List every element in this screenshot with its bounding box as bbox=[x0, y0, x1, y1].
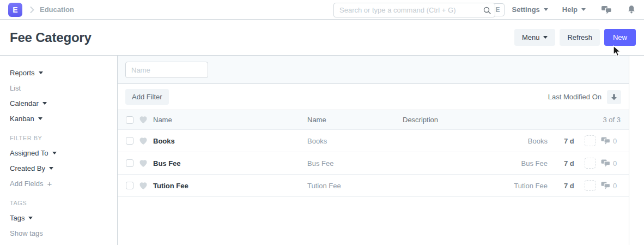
row-modified-time: 7 d bbox=[564, 182, 579, 190]
list-count: 3 of 3 bbox=[482, 116, 621, 124]
list-container: Add Filter Last Modified On Name Name De… bbox=[117, 56, 629, 245]
new-button[interactable]: New bbox=[604, 29, 636, 46]
page-title: Fee Category bbox=[10, 30, 92, 45]
favourite-heart-icon[interactable] bbox=[139, 137, 148, 145]
sidebar-item-label: Reports bbox=[10, 69, 35, 77]
settings-menu[interactable]: Settings bbox=[512, 5, 548, 14]
notifications-bell-icon[interactable] bbox=[627, 5, 636, 15]
help-menu[interactable]: Help bbox=[562, 5, 586, 14]
chevron-down-icon bbox=[52, 152, 57, 154]
sidebar-item-label: List bbox=[10, 84, 21, 92]
list-row[interactable]: Bus Fee Bus Fee Bus Fee 7 d 0 bbox=[118, 152, 629, 175]
select-all-checkbox[interactable] bbox=[126, 116, 133, 124]
sort-direction-button[interactable] bbox=[607, 90, 621, 104]
sidebar-item-kanban[interactable]: Kanban bbox=[10, 115, 117, 123]
tags-label: Tags bbox=[10, 214, 25, 222]
row-id-link[interactable]: Bus Fee bbox=[482, 159, 548, 168]
assigned-to-label: Assigned To bbox=[10, 149, 48, 157]
sidebar-item-reports[interactable]: Reports bbox=[10, 69, 117, 77]
row-modified-time: 7 d bbox=[564, 159, 579, 168]
row-name-value: Books bbox=[307, 137, 403, 145]
filter-tool-row: Add Filter Last Modified On bbox=[118, 84, 629, 110]
comment-icon bbox=[601, 182, 610, 189]
sidebar-add-fields[interactable]: Add Fields + bbox=[10, 180, 117, 188]
sidebar-show-tags[interactable]: Show tags bbox=[10, 229, 117, 237]
sort-field-label[interactable]: Last Modified On bbox=[548, 93, 602, 101]
chevron-down-icon bbox=[544, 8, 548, 11]
sidebar-item-calendar[interactable]: Calendar bbox=[10, 99, 117, 107]
row-subject-link[interactable]: Tution Fee bbox=[153, 182, 307, 190]
row-comments[interactable]: 0 bbox=[601, 159, 621, 168]
row-checkbox-wrap bbox=[126, 137, 135, 145]
chevron-right-icon bbox=[30, 7, 34, 13]
list-row[interactable]: Tution Fee Tution Fee Tution Fee 7 d 0 bbox=[118, 175, 629, 197]
row-checkbox[interactable] bbox=[126, 159, 133, 167]
row-id-link[interactable]: Tution Fee bbox=[482, 182, 548, 190]
tags-heading: TAGS bbox=[10, 200, 117, 206]
row-checkbox[interactable] bbox=[126, 137, 133, 145]
refresh-button[interactable]: Refresh bbox=[560, 29, 600, 46]
row-comments[interactable]: 0 bbox=[601, 182, 621, 190]
comment-icon bbox=[601, 159, 610, 167]
arrow-down-icon bbox=[611, 93, 617, 101]
sidebar-item-label: Calendar bbox=[10, 99, 39, 107]
column-header-name[interactable]: Name bbox=[153, 116, 307, 124]
app-logo[interactable]: E bbox=[8, 3, 22, 17]
created-by-label: Created By bbox=[10, 164, 45, 172]
settings-label: Settings bbox=[512, 5, 540, 14]
row-id-link[interactable]: Books bbox=[482, 137, 548, 145]
sidebar-item-label: Kanban bbox=[10, 115, 34, 123]
chevron-down-icon bbox=[39, 71, 43, 74]
chevron-down-icon bbox=[28, 217, 33, 219]
row-subject-link[interactable]: Books bbox=[153, 137, 307, 145]
assigned-avatar-placeholder[interactable] bbox=[585, 135, 596, 146]
name-filter-input[interactable] bbox=[125, 62, 208, 78]
add-fields-label: Add Fields bbox=[10, 180, 43, 188]
comment-count: 0 bbox=[613, 182, 617, 190]
menu-label: Menu bbox=[522, 33, 540, 41]
global-search bbox=[333, 3, 495, 17]
chevron-down-icon bbox=[543, 36, 548, 39]
sort-area: Last Modified On bbox=[548, 90, 621, 104]
plus-icon: + bbox=[47, 181, 52, 187]
filter-by-heading: FILTER BY bbox=[10, 135, 117, 141]
row-comments[interactable]: 0 bbox=[601, 137, 621, 145]
navbar: E Education E Settings Help bbox=[0, 0, 644, 20]
sidebar-tags[interactable]: Tags bbox=[10, 214, 117, 222]
row-checkbox-wrap bbox=[126, 182, 135, 189]
assigned-avatar-placeholder[interactable] bbox=[585, 158, 596, 169]
chevron-down-icon bbox=[581, 8, 586, 11]
menu-button[interactable]: Menu bbox=[514, 29, 556, 46]
sidebar-item-list[interactable]: List bbox=[10, 84, 117, 92]
chevron-down-icon bbox=[42, 102, 47, 105]
chevron-down-icon bbox=[49, 167, 53, 170]
row-modified-time: 7 d bbox=[564, 137, 579, 145]
page-actions: Menu Refresh New bbox=[514, 29, 636, 46]
comment-count: 0 bbox=[613, 137, 617, 145]
comment-icon bbox=[601, 137, 610, 145]
search-icon bbox=[483, 6, 491, 17]
search-input[interactable] bbox=[333, 3, 495, 17]
row-subject-link[interactable]: Bus Fee bbox=[153, 159, 307, 168]
row-name-value: Tution Fee bbox=[307, 182, 403, 190]
favourite-heart-icon[interactable] bbox=[139, 182, 148, 190]
assigned-avatar-placeholder[interactable] bbox=[585, 180, 596, 191]
page-body: Reports List Calendar Kanban FILTER BY A… bbox=[0, 56, 644, 245]
row-name-value: Bus Fee bbox=[307, 159, 403, 168]
list-row[interactable]: Books Books Books 7 d 0 bbox=[118, 130, 629, 152]
add-filter-button[interactable]: Add Filter bbox=[125, 89, 169, 105]
page-head: Fee Category Menu Refresh New bbox=[0, 20, 644, 56]
chat-icon[interactable] bbox=[601, 5, 612, 14]
help-label: Help bbox=[562, 5, 578, 14]
row-checkbox[interactable] bbox=[126, 182, 133, 189]
sidebar-created-by[interactable]: Created By bbox=[10, 164, 117, 172]
favourite-heart-icon[interactable] bbox=[139, 159, 148, 168]
column-header-description[interactable]: Description bbox=[403, 116, 482, 124]
column-header-name2[interactable]: Name bbox=[307, 116, 403, 124]
heart-icon[interactable] bbox=[139, 116, 148, 124]
breadcrumb-education[interactable]: Education bbox=[40, 5, 74, 14]
list-empty-space bbox=[118, 197, 629, 245]
select-all-wrap bbox=[126, 116, 135, 124]
list-header: Name Name Description 3 of 3 bbox=[118, 110, 629, 130]
sidebar-assigned-to[interactable]: Assigned To bbox=[10, 149, 117, 157]
